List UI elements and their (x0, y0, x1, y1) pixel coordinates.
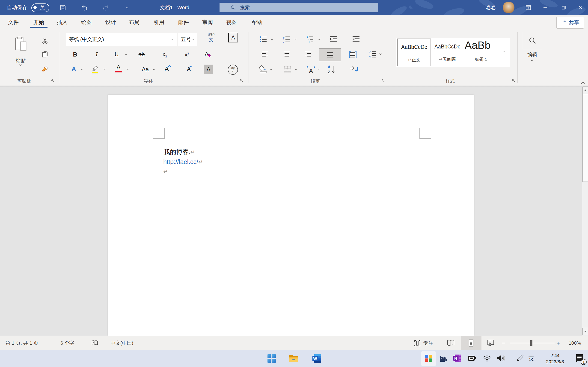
undo-button[interactable] (80, 0, 89, 15)
minimize-button[interactable] (541, 0, 550, 15)
distributed-button[interactable] (348, 50, 358, 59)
file-explorer-button[interactable] (289, 353, 299, 364)
ribbon-display-options-button[interactable] (524, 0, 533, 15)
share-button[interactable]: 共享 (556, 17, 584, 29)
numbering-button[interactable]: 123 (282, 35, 291, 44)
character-scaling-button[interactable]: A (306, 64, 316, 74)
strikethrough-button[interactable]: ab (137, 50, 147, 59)
shading-button[interactable] (259, 65, 268, 74)
zoom-percentage[interactable]: 100% (569, 336, 581, 350)
tab-mailings[interactable]: 邮件 (173, 15, 194, 29)
tray-onenote-icon[interactable]: N (452, 354, 462, 363)
editing-chevron[interactable] (530, 59, 534, 62)
language-indicator[interactable]: 中文(中国) (111, 336, 133, 350)
zoom-out-button[interactable]: − (502, 336, 505, 350)
format-painter-button[interactable] (41, 65, 50, 73)
shrink-font-button[interactable]: A (184, 64, 194, 74)
shading-chevron[interactable] (269, 68, 273, 71)
word-count[interactable]: 6 个字 (60, 336, 74, 350)
paste-label[interactable]: 粘贴 (14, 57, 27, 64)
zoom-in-button[interactable]: + (556, 336, 560, 350)
borders-button[interactable] (283, 65, 292, 74)
editing-find-button[interactable] (523, 32, 542, 49)
justify-button[interactable] (319, 49, 341, 61)
superscript-button[interactable]: x2 (182, 50, 192, 59)
focus-label[interactable]: 专注 (423, 336, 433, 350)
read-mode-button[interactable] (447, 340, 455, 347)
multilevel-chevron[interactable] (318, 38, 321, 41)
highlight-chevron[interactable] (103, 68, 106, 71)
numbering-chevron[interactable] (294, 38, 297, 41)
autosave-toggle[interactable]: 关 (31, 3, 49, 12)
document-line-2[interactable]: http://lael.cc/↵ (163, 158, 203, 166)
copy-button[interactable] (41, 50, 50, 58)
text-effects-button[interactable]: A (69, 65, 78, 74)
underline-button[interactable]: U (112, 50, 121, 59)
tray-pen-icon[interactable] (515, 354, 524, 363)
align-left-button[interactable] (260, 50, 269, 59)
ime-indicator[interactable]: 英 (529, 350, 534, 367)
scrollbar-thumb[interactable] (582, 94, 588, 182)
bold-button[interactable]: B (71, 50, 80, 59)
style-gallery-more[interactable] (498, 38, 510, 66)
tab-insert[interactable]: 插入 (52, 15, 73, 29)
font-color-chevron[interactable] (126, 68, 129, 71)
tab-review[interactable]: 审阅 (197, 15, 218, 29)
close-button[interactable] (576, 0, 585, 15)
line-spacing-chevron[interactable] (379, 53, 382, 55)
web-layout-button[interactable] (487, 340, 494, 347)
bullets-chevron[interactable] (270, 38, 274, 41)
clipboard-dialog-launcher[interactable] (51, 79, 55, 83)
show-marks-button[interactable] (349, 65, 359, 74)
scroll-up-button[interactable] (582, 86, 588, 94)
enclose-characters-button[interactable]: 字 (228, 65, 238, 75)
tab-design[interactable]: 设计 (100, 15, 121, 29)
tab-references[interactable]: 引用 (149, 15, 170, 29)
collapse-ribbon-chevron[interactable] (581, 81, 585, 84)
tray-volume-icon[interactable] (496, 354, 506, 363)
document-page[interactable]: 我的博客:↵ http://lael.cc/↵ ↵ (108, 95, 474, 336)
save-button[interactable] (58, 0, 68, 15)
start-button[interactable] (267, 353, 277, 364)
search-input[interactable]: 搜索 (220, 3, 378, 12)
redo-button[interactable] (101, 0, 111, 15)
highlight-button[interactable] (91, 65, 100, 74)
avatar[interactable] (503, 2, 514, 13)
subscript-button[interactable]: x2 (160, 50, 170, 59)
vertical-scrollbar[interactable] (582, 86, 588, 336)
tray-wifi-icon[interactable] (482, 354, 492, 363)
change-case-chevron[interactable] (152, 68, 156, 71)
tab-layout[interactable]: 布局 (124, 15, 145, 29)
font-size-combobox[interactable]: 五号 (178, 33, 197, 46)
multilevel-list-button[interactable]: 1ai (306, 35, 315, 44)
tab-file[interactable]: 文件 (3, 15, 24, 29)
bullets-button[interactable] (259, 35, 268, 44)
text-effects-chevron[interactable] (80, 68, 83, 71)
style-item-no-spacing[interactable]: AaBbCcDc ↵无间隔 (431, 39, 464, 65)
line-spacing-button[interactable] (368, 50, 378, 59)
character-scaling-chevron[interactable] (317, 68, 320, 71)
sort-button[interactable]: AZ (327, 64, 337, 74)
style-item-heading1[interactable]: AaBb 标题 1 (465, 39, 497, 65)
character-shading-button[interactable]: A (204, 65, 213, 74)
focus-mode-button[interactable] (414, 340, 421, 348)
print-layout-button[interactable] (468, 339, 474, 348)
quick-access-dropdown[interactable] (124, 0, 131, 15)
tab-view[interactable]: 视图 (221, 15, 242, 29)
cut-button[interactable] (41, 36, 50, 45)
grow-font-button[interactable]: A (161, 64, 172, 74)
paste-button[interactable] (14, 36, 27, 52)
editing-label[interactable]: 编辑 (524, 51, 541, 58)
proofing-status[interactable] (91, 340, 98, 347)
styles-dialog-launcher[interactable] (512, 79, 516, 83)
font-dialog-launcher[interactable] (240, 79, 244, 83)
paste-dropdown-chevron[interactable] (19, 64, 22, 67)
zoom-slider-thumb[interactable] (530, 340, 532, 346)
taskbar-clock[interactable]: 2:44 2023/8/3 (542, 352, 568, 365)
clear-formatting-button[interactable]: A (201, 49, 212, 59)
tray-device-icon[interactable] (467, 354, 476, 363)
hyperlink[interactable]: http://lael.cc/ (163, 158, 198, 166)
align-center-button[interactable] (282, 50, 291, 59)
tray-cat-app-icon[interactable] (438, 354, 447, 363)
borders-chevron[interactable] (294, 68, 298, 71)
